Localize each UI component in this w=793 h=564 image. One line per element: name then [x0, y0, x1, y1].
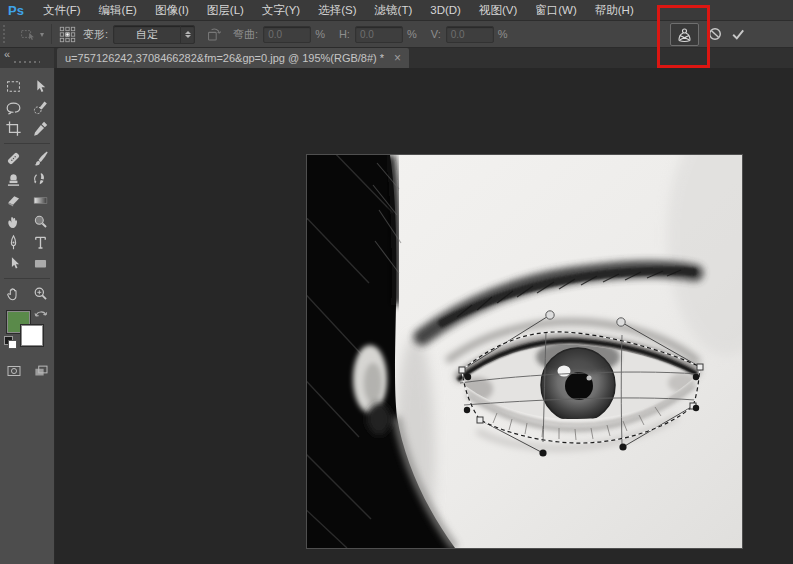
menu-item-10[interactable]: 帮助(H) [586, 0, 643, 20]
select-stepper-icon [180, 26, 194, 43]
bend-unit: % [315, 28, 325, 40]
tools-divider [4, 143, 50, 144]
menu-item-6[interactable]: 滤镜(T) [366, 0, 422, 20]
divider [51, 24, 52, 44]
zoom-icon [31, 284, 50, 303]
crop-icon [4, 119, 23, 138]
panel-grip[interactable] [14, 61, 40, 63]
tools-grid [0, 68, 54, 304]
pen-icon [4, 233, 23, 252]
tool-eraser[interactable] [2, 190, 26, 211]
photoshop-logo: Ps [0, 3, 34, 18]
h-label: H: [339, 28, 350, 40]
annotation-highlight-box [657, 5, 710, 68]
close-icon[interactable]: × [394, 52, 401, 64]
quick-selection-icon [31, 98, 50, 117]
bend-input[interactable]: 0.0 [263, 26, 311, 43]
tool-gradient[interactable] [29, 190, 53, 211]
type-icon [31, 233, 50, 252]
checkmark-icon [730, 26, 746, 42]
gradient-icon [31, 191, 50, 210]
tools-bottom-icons [0, 360, 54, 381]
menu-item-1[interactable]: 编辑(E) [90, 0, 146, 20]
tool-preset-icon [18, 25, 38, 43]
collapse-panel-icon[interactable]: « [4, 48, 9, 60]
clone-stamp-icon [4, 170, 23, 189]
v-input[interactable]: 0.0 [446, 26, 494, 43]
menu-item-9[interactable]: 窗口(W) [526, 0, 586, 20]
smudge-icon [4, 212, 23, 231]
tools-panel [0, 68, 55, 564]
history-brush-icon [31, 170, 50, 189]
tool-preset-button[interactable]: ▾ [18, 25, 44, 43]
photo-eye-closeup [307, 155, 742, 548]
move-icon [31, 77, 50, 96]
h-unit: % [407, 28, 417, 40]
tool-zoom[interactable] [29, 283, 53, 304]
tools-divider [4, 278, 50, 279]
menu-item-7[interactable]: 3D(D) [421, 0, 470, 20]
bend-label: 弯曲: [233, 27, 258, 42]
eraser-icon [4, 191, 23, 210]
document-tab-title: u=757126242,3708466282&fm=26&gp=0.jpg @ … [65, 52, 384, 64]
default-colors-icon[interactable] [4, 336, 15, 347]
tool-move[interactable] [29, 76, 53, 97]
menubar-items: 文件(F)编辑(E)图像(I)图层(L)文字(Y)选择(S)滤镜(T)3D(D)… [34, 0, 643, 20]
tool-hand[interactable] [2, 283, 26, 304]
swap-colors-icon[interactable] [34, 308, 48, 319]
tool-healing-brush[interactable] [2, 148, 26, 169]
tool-eyedropper[interactable] [29, 118, 53, 139]
tool-history-brush[interactable] [29, 169, 53, 190]
tools-panel-header: « [0, 48, 54, 68]
canvas-document[interactable] [307, 155, 742, 548]
tool-smudge[interactable] [2, 211, 26, 232]
tool-rectangular-marquee[interactable] [2, 76, 26, 97]
menu-item-5[interactable]: 选择(S) [309, 0, 365, 20]
quick-mask-button[interactable] [2, 360, 26, 381]
background-color-swatch[interactable] [20, 324, 44, 347]
eyedropper-icon [31, 119, 50, 138]
v-label: V: [431, 28, 441, 40]
tool-clone-stamp[interactable] [2, 169, 26, 190]
shape-icon [31, 254, 50, 273]
screen-mode-button[interactable] [29, 360, 53, 381]
tool-path-selection[interactable] [2, 253, 26, 274]
tool-quick-selection[interactable] [29, 97, 53, 118]
tool-type[interactable] [29, 232, 53, 253]
warp-orientation-icon [205, 26, 224, 43]
brush-icon [31, 149, 50, 168]
healing-brush-icon [4, 149, 23, 168]
menu-item-8[interactable]: 视图(V) [470, 0, 526, 20]
menu-item-3[interactable]: 图层(L) [198, 0, 253, 20]
tool-pen[interactable] [2, 232, 26, 253]
menu-item-4[interactable]: 文字(Y) [253, 0, 309, 20]
v-unit: % [498, 28, 508, 40]
reference-point-locator-icon[interactable] [59, 26, 76, 43]
chevron-down-icon: ▾ [40, 30, 44, 39]
color-swatches [0, 308, 54, 354]
catchlight [558, 366, 571, 377]
options-bar-grip[interactable] [3, 25, 10, 43]
tool-lasso[interactable] [2, 97, 26, 118]
tool-shape[interactable] [29, 253, 53, 274]
rectangular-marquee-icon [4, 77, 23, 96]
tool-brush[interactable] [29, 148, 53, 169]
hand-icon [4, 284, 23, 303]
dodge-icon [31, 212, 50, 231]
lasso-icon [4, 98, 23, 117]
path-selection-icon [4, 254, 23, 273]
quick-mask-icon [4, 362, 24, 380]
warp-style-select[interactable]: 自定 [113, 25, 195, 44]
document-tab[interactable]: u=757126242,3708466282&fm=26&gp=0.jpg @ … [57, 48, 409, 68]
menu-item-2[interactable]: 图像(I) [146, 0, 198, 20]
menu-item-0[interactable]: 文件(F) [34, 0, 90, 20]
warp-style-value: 自定 [114, 27, 180, 42]
screen-mode-icon [31, 362, 51, 380]
tool-crop[interactable] [2, 118, 26, 139]
h-input[interactable]: 0.0 [355, 26, 403, 43]
commit-transform-button[interactable] [728, 23, 748, 44]
warp-label: 变形: [83, 27, 108, 42]
tool-dodge[interactable] [29, 211, 53, 232]
